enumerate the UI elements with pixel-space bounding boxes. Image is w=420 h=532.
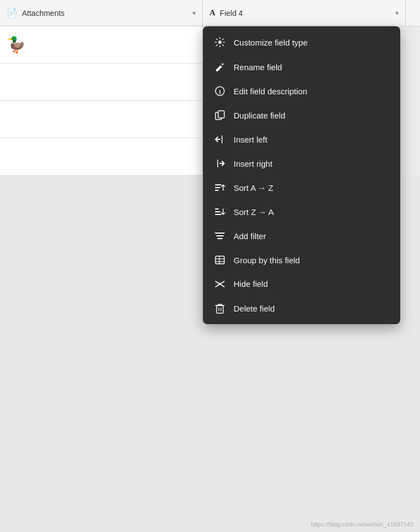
menu-item-insert-right[interactable]: Insert right <box>203 151 400 176</box>
attachments-label: Attachments <box>22 9 65 18</box>
field4-header[interactable]: A Field 4 ▾ <box>203 0 406 26</box>
field4-chevron: ▾ <box>395 9 399 17</box>
menu-item-insert-left[interactable]: Insert left <box>203 127 400 151</box>
menu-item-sort-a-z[interactable]: Sort A → Z <box>203 176 400 200</box>
insert-right-icon <box>214 159 225 168</box>
table-row <box>0 138 202 176</box>
menu-item-label-add-filter: Add filter <box>234 231 266 241</box>
header-row: 📄 Attachments ▾ A Field 4 ▾ <box>0 0 420 26</box>
duck-emoji: 🦆 <box>7 36 26 54</box>
hide-icon: / <box>214 280 226 288</box>
menu-item-label-delete-field: Delete field <box>234 304 275 313</box>
menu-item-label-insert-right: Insert right <box>234 159 273 168</box>
menu-item-label-edit-field-description: Edit field description <box>234 87 307 96</box>
table-row: 🦆 <box>0 26 202 64</box>
menu-item-group-by-field[interactable]: Group by this field <box>203 248 400 272</box>
group-icon <box>214 255 225 265</box>
svg-rect-4 <box>218 111 224 118</box>
menu-item-label-sort-z-a: Sort Z → A <box>234 207 274 217</box>
table-row <box>0 101 202 138</box>
svg-text:i: i <box>219 88 220 95</box>
menu-item-duplicate-field[interactable]: Duplicate field <box>203 103 400 127</box>
info-icon: i <box>215 86 225 96</box>
attachments-header[interactable]: 📄 Attachments ▾ <box>0 0 203 26</box>
rename-icon <box>215 62 225 72</box>
menu-item-label-duplicate-field: Duplicate field <box>234 111 285 120</box>
menu-item-rename-field[interactable]: Rename field <box>203 55 400 79</box>
footer-url: https://blog.csdn.net/weixin_41697143 <box>311 521 413 528</box>
menu-item-label-insert-left: Insert left <box>234 135 268 144</box>
attachment-icon: 📄 <box>7 8 18 18</box>
menu-item-delete-field[interactable]: Delete field <box>203 296 400 321</box>
menu-item-label-sort-a-z: Sort A → Z <box>234 183 274 193</box>
svg-rect-21 <box>217 305 223 313</box>
insert-left-icon <box>214 134 225 144</box>
field4-type-icon: A <box>209 8 215 18</box>
attachments-column: 🦆 <box>0 26 203 176</box>
menu-item-sort-z-a[interactable]: Sort Z → A <box>203 200 400 224</box>
menu-item-hide-field[interactable]: / Hide field <box>203 272 400 296</box>
sort-az-icon <box>214 183 225 193</box>
field-context-menu: Customize field type Rename field i Edit… <box>203 26 400 324</box>
filter-icon <box>214 231 225 241</box>
svg-rect-16 <box>215 256 224 264</box>
menu-item-label-group-by-field: Group by this field <box>234 256 300 265</box>
menu-item-add-filter[interactable]: Add filter <box>203 224 400 248</box>
svg-point-0 <box>218 41 222 44</box>
delete-icon <box>215 303 225 314</box>
menu-item-label-hide-field: Hide field <box>234 279 268 288</box>
svg-text:/: / <box>218 282 220 287</box>
customize-icon <box>214 37 225 48</box>
sort-za-icon <box>214 207 225 217</box>
menu-item-edit-field-description[interactable]: i Edit field description <box>203 79 400 103</box>
duplicate-icon <box>215 110 225 120</box>
attachments-chevron: ▾ <box>192 9 196 17</box>
field4-label: Field 4 <box>220 9 243 18</box>
menu-item-label-customize-field-type: Customize field type <box>234 38 308 47</box>
menu-item-customize-field-type[interactable]: Customize field type <box>203 30 400 55</box>
table-row <box>0 64 202 101</box>
menu-item-label-rename-field: Rename field <box>234 63 282 72</box>
